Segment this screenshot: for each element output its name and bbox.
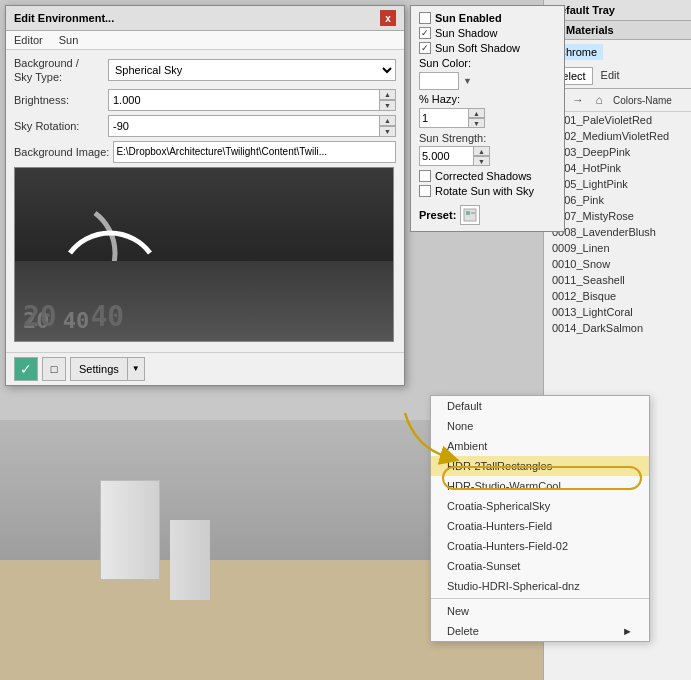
scene-object-2 — [170, 520, 210, 600]
color-item[interactable]: 0013_LightCoral — [544, 304, 691, 320]
dropdown-item-croatia-spherical[interactable]: Croatia-SphericalSky — [431, 496, 649, 516]
corrected-shadows-checkbox[interactable] — [419, 170, 431, 182]
dropdown-item-studio-hdri[interactable]: Studio-HDRI-Spherical-dnz — [431, 576, 649, 596]
preset-label: Preset: — [419, 209, 456, 221]
sun-shadow-label: Sun Shadow — [435, 27, 497, 39]
dialog-menubar: Editor Sun — [6, 31, 404, 50]
color-item[interactable]: 0012_Bisque — [544, 288, 691, 304]
hazy-spin-down[interactable]: ▼ — [469, 118, 485, 128]
brightness-spin-up[interactable]: ▲ — [380, 89, 396, 100]
dropdown-item-croatia-hunters-02[interactable]: Croatia-Hunters-Field-02 — [431, 536, 649, 556]
hazy-spin-up[interactable]: ▲ — [469, 108, 485, 118]
sky-rotation-row: Sky Rotation: ▲ ▼ — [14, 115, 396, 137]
sky-rotation-input[interactable] — [108, 115, 380, 137]
preview-ruler: 20 40 — [23, 300, 124, 333]
preset-icon-svg — [463, 208, 477, 222]
redo-icon[interactable]: → — [569, 91, 587, 109]
sun-soft-shadow-checkbox[interactable]: ✓ — [419, 42, 431, 54]
color-item[interactable]: 0004_HotPink — [544, 160, 691, 176]
sun-color-label: Sun Color: — [419, 57, 471, 69]
background-image-row: Background Image: — [14, 141, 396, 163]
rotate-sun-checkbox[interactable] — [419, 185, 431, 197]
dropdown-item-croatia-sunset[interactable]: Croatia-Sunset — [431, 556, 649, 576]
sun-color-picker-row: ▼ — [419, 72, 556, 90]
svg-rect-1 — [466, 211, 470, 215]
sun-strength-input[interactable] — [419, 146, 474, 166]
sun-panel: Sun Enabled ✓ Sun Shadow ✓ Sun Soft Shad… — [410, 5, 565, 232]
color-item[interactable]: 0006_Pink — [544, 192, 691, 208]
color-item[interactable]: 0009_Linen — [544, 240, 691, 256]
sun-enabled-checkbox[interactable] — [419, 12, 431, 24]
color-item[interactable]: 0008_LavenderBlush — [544, 224, 691, 240]
page-icon-button[interactable]: □ — [42, 357, 66, 381]
preview-inner: 20 40 20 40 — [15, 168, 393, 341]
hazy-input[interactable] — [419, 108, 469, 128]
sun-strength-spin: ▲ ▼ — [474, 146, 490, 166]
brightness-input-wrap: ▲ ▼ — [108, 89, 396, 111]
edit-environment-dialog: Edit Environment... x Editor Sun Backgro… — [5, 5, 405, 386]
brightness-input[interactable] — [108, 89, 380, 111]
dropdown-delete-label: Delete — [447, 625, 479, 637]
color-item[interactable]: 0002_MediumVioletRed — [544, 128, 691, 144]
tray-toolbar: Select Edit — [544, 64, 691, 89]
dropdown-item-delete[interactable]: Delete ► — [431, 621, 649, 641]
hazy-spin: ▲ ▼ — [469, 108, 485, 128]
home-icon[interactable]: ⌂ — [590, 91, 608, 109]
dropdown-item-croatia-hunters[interactable]: Croatia-Hunters-Field — [431, 516, 649, 536]
dropdown-item-default[interactable]: Default — [431, 396, 649, 416]
settings-dropdown-arrow: ▼ — [127, 358, 144, 380]
sun-soft-shadow-label: Sun Soft Shadow — [435, 42, 520, 54]
sky-type-select[interactable]: Spherical Sky — [108, 59, 396, 81]
preset-row: Preset: — [419, 205, 556, 225]
dropdown-item-hdr2tall[interactable]: HDR-2TallRectangles — [431, 456, 649, 476]
tray-materials-section: Materials — [544, 21, 691, 40]
colors-name-label: Colors-Name — [611, 94, 674, 107]
color-item[interactable]: 0010_Snow — [544, 256, 691, 272]
sun-color-box[interactable] — [419, 72, 459, 90]
tray-icons-row: ← → ⌂ Colors-Name — [544, 89, 691, 112]
color-item[interactable]: 0001_PaleVioletRed — [544, 112, 691, 128]
sky-rotation-spin-up[interactable]: ▲ — [380, 115, 396, 126]
color-item[interactable]: 0005_LightPink — [544, 176, 691, 192]
menu-sun[interactable]: Sun — [55, 33, 83, 47]
confirm-button[interactable]: ✓ — [14, 357, 38, 381]
dropdown-item-new[interactable]: New — [431, 601, 649, 621]
color-item[interactable]: 0003_DeepPink — [544, 144, 691, 160]
brightness-spin: ▲ ▼ — [380, 89, 396, 111]
preset-dropdown-menu: Default None Ambient HDR-2TallRectangles… — [430, 395, 650, 642]
sky-rotation-label: Sky Rotation: — [14, 120, 104, 132]
dropdown-item-none[interactable]: None — [431, 416, 649, 436]
settings-button[interactable]: Settings ▼ — [70, 357, 145, 381]
sky-rotation-spin-down[interactable]: ▼ — [380, 126, 396, 137]
dialog-close-button[interactable]: x — [380, 10, 396, 26]
sky-rotation-spin: ▲ ▼ — [380, 115, 396, 137]
sun-strength-label: Sun Strength: — [419, 132, 556, 144]
preset-dropdown-button[interactable] — [460, 205, 480, 225]
color-item[interactable]: 0014_DarkSalmon — [544, 320, 691, 336]
color-item[interactable]: 0011_Seashell — [544, 272, 691, 288]
sun-color-dropdown-arrow[interactable]: ▼ — [463, 76, 472, 86]
settings-label: Settings — [71, 363, 127, 375]
corrected-shadows-label: Corrected Shadows — [435, 170, 532, 182]
hazy-row: % Hazy: — [419, 93, 556, 105]
dropdown-item-hdr-studio[interactable]: HDR-Studio-WarmCool — [431, 476, 649, 496]
rotate-sun-label: Rotate Sun with Sky — [435, 185, 534, 197]
corrected-shadows-row: Corrected Shadows — [419, 170, 556, 182]
sun-shadow-checkbox[interactable]: ✓ — [419, 27, 431, 39]
brightness-spin-down[interactable]: ▼ — [380, 100, 396, 111]
dropdown-item-ambient[interactable]: Ambient — [431, 436, 649, 456]
dropdown-delete-arrow: ► — [622, 625, 633, 637]
sun-color-row: Sun Color: — [419, 57, 556, 69]
color-item[interactable]: 0007_MistyRose — [544, 208, 691, 224]
dialog-content: Background /Sky Type: Spherical Sky Brig… — [6, 50, 404, 352]
dropdown-separator — [431, 598, 649, 599]
dialog-bottom-toolbar: ✓ □ Settings ▼ — [6, 352, 404, 385]
menu-editor[interactable]: Editor — [10, 33, 47, 47]
tab-edit[interactable]: Edit — [595, 67, 626, 85]
background-image-input[interactable] — [113, 141, 396, 163]
sun-strength-spin-up[interactable]: ▲ — [474, 146, 490, 156]
sun-strength-spin-down[interactable]: ▼ — [474, 156, 490, 166]
sun-enabled-row: Sun Enabled — [419, 12, 556, 24]
brightness-row: Brightness: ▲ ▼ — [14, 89, 396, 111]
hazy-label: % Hazy: — [419, 93, 460, 105]
